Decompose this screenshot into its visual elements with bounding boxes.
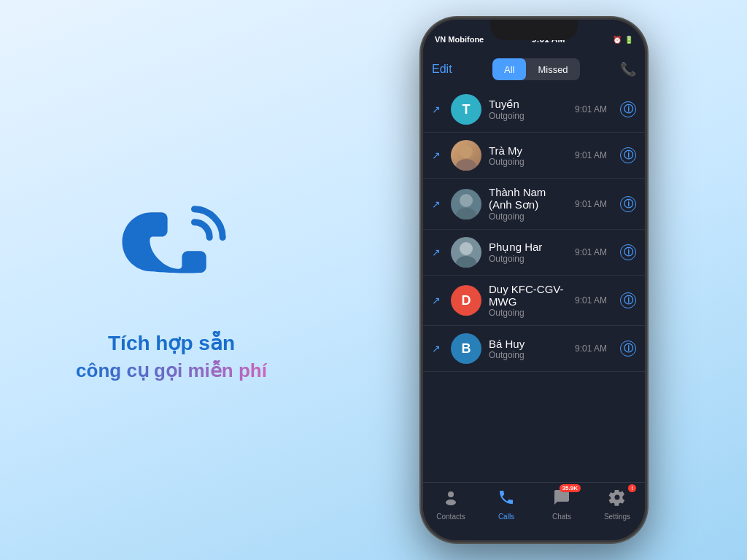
settings-icon: ! xyxy=(608,489,626,510)
calls-icon xyxy=(498,489,515,510)
call-type-4: Outgoing xyxy=(489,308,568,318)
call-name-3: Phụng Har xyxy=(489,241,568,254)
call-name-2: Thành Nam (Anh Sơn) xyxy=(489,186,568,211)
svg-point-4 xyxy=(460,242,473,255)
call-name-5: Bá Huy xyxy=(489,338,568,350)
svg-point-0 xyxy=(460,145,473,158)
call-type-2: Outgoing xyxy=(489,211,568,222)
call-type-5: Outgoing xyxy=(489,350,568,360)
call-time-0: 9:01 AM xyxy=(575,104,607,114)
tab-bar: Contacts Calls 35.9K Chats xyxy=(423,482,645,540)
avatar-2 xyxy=(451,189,481,219)
tab-missed[interactable]: Missed xyxy=(526,58,579,80)
avatar-3 xyxy=(451,237,481,268)
carrier-label: VN Mobifone xyxy=(435,35,484,44)
hero-phone-icon xyxy=(98,178,244,309)
call-info-2: Thành Nam (Anh Sơn) Outgoing xyxy=(489,186,568,222)
info-button-0[interactable]: ⓘ xyxy=(620,101,636,117)
call-item-thanhnam[interactable]: ↗ Thành Nam (Anh Sơn) Outgoing 9:01 AM ⓘ xyxy=(423,179,645,230)
outgoing-arrow-icon-3: ↗ xyxy=(432,246,444,258)
call-time-4: 9:01 AM xyxy=(575,295,607,306)
call-time-5: 9:01 AM xyxy=(575,343,607,354)
call-type-1: Outgoing xyxy=(489,157,568,167)
call-list: ↗ T Tuyền Outgoing 9:01 AM ⓘ ↗ xyxy=(423,87,645,482)
info-button-1[interactable]: ⓘ xyxy=(620,147,636,163)
tab-settings-label: Settings xyxy=(604,513,630,521)
chats-badge: 35.9K xyxy=(560,484,581,492)
svg-point-1 xyxy=(456,159,476,171)
svg-point-7 xyxy=(446,499,456,505)
svg-point-5 xyxy=(456,256,476,268)
avatar-1 xyxy=(451,140,481,171)
right-panel: VN Mobifone 9:01 AM ⏰ 🔋 Edit All Missed … xyxy=(343,0,747,560)
left-panel: Tích hợp sẵn công cụ gọi miễn phí xyxy=(0,0,343,560)
tab-chats[interactable]: 35.9K Chats xyxy=(540,489,584,521)
avatar-0: T xyxy=(451,94,481,125)
call-name-4: Duy KFC-CGV-MWG xyxy=(489,283,568,308)
call-info-1: Trà My Outgoing xyxy=(489,144,568,167)
outgoing-arrow-icon-1: ↗ xyxy=(432,149,444,161)
tagline-line2: công cụ gọi miễn phí xyxy=(76,359,267,382)
tab-calls[interactable]: Calls xyxy=(484,489,528,521)
call-info-0: Tuyền Outgoing xyxy=(489,98,568,121)
call-type-3: Outgoing xyxy=(489,254,568,264)
tab-contacts-label: Contacts xyxy=(436,513,465,521)
tagline-line1: Tích hợp sẵn xyxy=(108,331,235,355)
status-icons: ⏰ 🔋 xyxy=(613,36,633,44)
info-button-5[interactable]: ⓘ xyxy=(620,341,636,357)
edit-button[interactable]: Edit xyxy=(432,63,452,76)
outgoing-arrow-icon-5: ↗ xyxy=(432,343,444,354)
call-item-tramy[interactable]: ↗ Trà My Outgoing 9:01 AM ⓘ xyxy=(423,133,645,179)
segment-control: All Missed xyxy=(492,58,580,80)
tab-all[interactable]: All xyxy=(492,58,526,80)
call-time-2: 9:01 AM xyxy=(575,199,607,209)
call-item-duy[interactable]: ↗ D Duy KFC-CGV-MWG Outgoing 9:01 AM ⓘ xyxy=(423,276,645,326)
call-time-3: 9:01 AM xyxy=(575,247,607,257)
info-button-3[interactable]: ⓘ xyxy=(620,244,636,260)
call-time-1: 9:01 AM xyxy=(575,150,607,160)
tab-calls-label: Calls xyxy=(498,513,514,521)
svg-point-6 xyxy=(448,491,454,497)
tab-settings[interactable]: ! Settings xyxy=(595,489,639,521)
outgoing-arrow-icon-4: ↗ xyxy=(432,295,444,306)
info-button-2[interactable]: ⓘ xyxy=(620,196,636,212)
avatar-4: D xyxy=(451,285,481,316)
svg-point-2 xyxy=(460,194,473,207)
settings-badge: ! xyxy=(628,484,636,492)
call-type-0: Outgoing xyxy=(489,111,568,121)
call-item-bahuy[interactable]: ↗ B Bá Huy Outgoing 9:01 AM ⓘ xyxy=(423,326,645,372)
phone-notch xyxy=(490,20,578,40)
call-info-3: Phụng Har Outgoing xyxy=(489,241,568,264)
outgoing-arrow-icon-0: ↗ xyxy=(432,104,444,115)
svg-point-3 xyxy=(456,208,476,219)
chats-icon: 35.9K xyxy=(553,489,570,510)
nav-bar: Edit All Missed 📞 xyxy=(423,52,645,87)
call-new-icon[interactable]: 📞 xyxy=(620,61,636,77)
call-item-tuyen[interactable]: ↗ T Tuyền Outgoing 9:01 AM ⓘ xyxy=(423,87,645,133)
call-name-0: Tuyền xyxy=(489,98,568,111)
call-item-phunghar[interactable]: ↗ Phụng Har Outgoing 9:01 AM ⓘ xyxy=(423,230,645,276)
battery-icon: 🔋 xyxy=(624,36,633,44)
tab-contacts[interactable]: Contacts xyxy=(429,489,473,521)
phone-mockup: VN Mobifone 9:01 AM ⏰ 🔋 Edit All Missed … xyxy=(421,18,647,542)
contacts-icon xyxy=(442,489,460,510)
call-info-5: Bá Huy Outgoing xyxy=(489,338,568,360)
call-name-1: Trà My xyxy=(489,144,568,157)
outgoing-arrow-icon-2: ↗ xyxy=(432,198,444,210)
call-info-4: Duy KFC-CGV-MWG Outgoing xyxy=(489,283,568,318)
info-button-4[interactable]: ⓘ xyxy=(620,292,636,308)
tab-chats-label: Chats xyxy=(552,513,571,521)
alarm-icon: ⏰ xyxy=(613,36,622,44)
avatar-5: B xyxy=(451,333,481,364)
